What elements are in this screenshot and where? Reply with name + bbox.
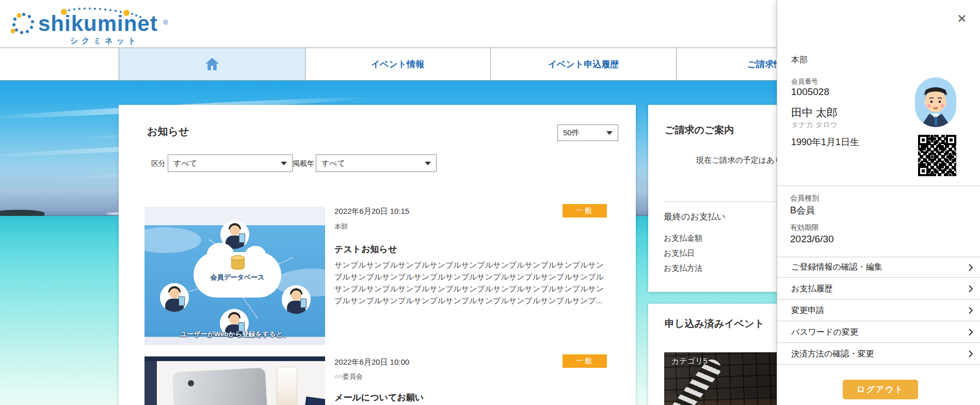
news-body: サンプルサンプルサンプルサンプルサンプルサンプルサンプルサンプルサンプルサンプル…	[334, 259, 607, 306]
filter-category-label: 区分	[151, 159, 166, 168]
news-title: メールについてお願い	[334, 392, 424, 403]
announcements-title: お知らせ	[147, 124, 189, 138]
member-avatar	[915, 77, 956, 127]
chevron-right-icon	[968, 328, 973, 336]
person-head	[230, 225, 240, 236]
news-title: テストお知らせ	[334, 243, 397, 255]
chevron-right-icon	[968, 306, 973, 315]
menu-item-payment-method[interactable]: 決済方法の確認・変更	[777, 344, 980, 365]
tab-event-info[interactable]: イベント情報	[305, 48, 491, 80]
member-name-kana: タナカ タロウ	[791, 120, 838, 130]
notebook	[293, 396, 325, 405]
per-page-value: 50件	[563, 128, 580, 138]
member-birthdate: 1990年1月1日生	[791, 136, 859, 148]
chevron-right-icon	[968, 350, 973, 358]
announcements-card: お知らせ 50件 区分 すべて 掲載年 すべて	[119, 105, 636, 405]
menu-item-label: 変更申請	[791, 305, 824, 316]
database-cylinder-icon	[231, 256, 245, 270]
filter-category-select[interactable]: すべて	[168, 154, 293, 172]
home-icon	[205, 58, 219, 70]
filter-year-label: 掲載年	[293, 159, 314, 168]
user-avatar-circle	[160, 283, 189, 312]
chevron-right-icon	[968, 263, 973, 272]
filter-category-value: すべて	[173, 159, 197, 168]
news-datetime: 2022年6月20日 10:15	[334, 207, 409, 216]
member-drawer: ✕ 本部 会員番号 1005028 田中 太郎 タナカ タロウ 1990年1月1…	[777, 0, 980, 405]
logout-button[interactable]: ログアウト	[843, 380, 918, 399]
tab-home[interactable]	[119, 48, 306, 80]
member-name: 田中 太郎	[791, 105, 838, 120]
person-head	[229, 314, 239, 324]
member-qr-code	[918, 135, 956, 176]
caret-down-icon	[425, 162, 431, 165]
imac-back	[172, 367, 272, 405]
per-page-select[interactable]: 50件	[557, 124, 618, 141]
menu-item-label: 決済方法の確認・変更	[791, 349, 874, 360]
apple-logo	[188, 380, 194, 386]
billing-title: ご請求のご案内	[665, 123, 734, 137]
member-branch: 本部	[791, 55, 808, 66]
person-phone	[239, 233, 245, 243]
divider	[777, 185, 980, 186]
menu-item-change-request[interactable]: 変更申請	[777, 300, 980, 321]
news-datetime: 2022年6月20日 10:00	[334, 357, 409, 367]
user-avatar-circle	[282, 285, 311, 314]
caret-down-icon	[281, 162, 287, 165]
news-category-badge: 一般	[563, 354, 607, 368]
payment-method-label: お支払方法	[664, 263, 702, 273]
filter-year-value: すべて	[322, 159, 345, 168]
photo-shelf	[144, 356, 325, 361]
member-no: 1005028	[791, 86, 829, 98]
menu-item-label: ご登録情報の確認・編集	[791, 262, 882, 273]
person-head	[291, 290, 301, 301]
filter-year-select[interactable]: すべて	[316, 154, 437, 172]
person-phone	[300, 299, 307, 308]
news-org: 本部	[334, 222, 348, 231]
payment-date-label: お支払日	[664, 248, 695, 258]
menu-item-edit-registration[interactable]: ご登録情報の確認・編集	[777, 257, 980, 278]
caret-down-icon	[606, 131, 613, 135]
tab-label: イベント情報	[371, 58, 425, 70]
news-org: ○○委員会	[334, 372, 363, 381]
chevron-right-icon	[968, 285, 973, 293]
expiry-date: 2023/6/30	[790, 233, 834, 245]
shikuminet-member-portal: shikuminet ® シクミネット イベント情報 イベント申込履歴 ご請求情…	[0, 0, 980, 405]
last-payment-heading: 最終のお支払い	[664, 211, 726, 223]
menu-item-label: パスワードの変更	[791, 327, 858, 338]
tab-label: イベント申込履歴	[548, 58, 619, 70]
member-type: B会員	[790, 204, 815, 216]
member-no-label: 会員番号	[791, 77, 818, 86]
logo-registered-mark: ®	[163, 19, 168, 26]
logo-katakana: シクミネット	[70, 36, 139, 46]
news-thumbnail-illustration[interactable]: 会員データベース ユーザーがWebから登録をすると、	[144, 207, 325, 345]
news-thumbnail-photo[interactable]	[144, 356, 325, 405]
illustration-caption: ユーザーがWebから登録をすると、	[144, 330, 325, 339]
tab-event-application-history[interactable]: イベント申込履歴	[491, 48, 677, 80]
menu-item-payment-history[interactable]: お支払履歴	[777, 278, 980, 300]
close-icon[interactable]: ✕	[955, 11, 969, 26]
expiry-label: 有効期限	[790, 223, 819, 232]
payment-amount-label: お支払金額	[664, 233, 702, 243]
latte-glass	[277, 367, 297, 405]
person-head	[169, 288, 180, 299]
photo-dark-object	[144, 361, 157, 405]
menu-item-label: お支払履歴	[791, 284, 832, 294]
person-phone	[179, 297, 185, 306]
database-cloud: 会員データベース	[194, 252, 281, 298]
event-category-label: カテゴリ5	[671, 356, 708, 366]
applied-events-title: 申し込み済みイベント	[665, 317, 764, 331]
database-label: 会員データベース	[194, 273, 281, 282]
shikuminet-logo[interactable]: shikuminet ® シクミネット	[8, 4, 153, 45]
menu-item-change-password[interactable]: パスワードの変更	[777, 322, 980, 343]
logo-wordmark: shikuminet	[38, 11, 158, 36]
member-type-label: 会員種別	[790, 194, 819, 203]
news-category-badge: 一般	[563, 204, 607, 217]
